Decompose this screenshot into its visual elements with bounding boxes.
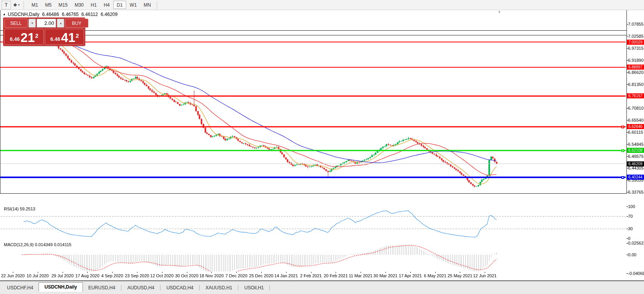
date-axis-label: 29 Jul 2020	[51, 273, 74, 278]
macd-label: MACD(12,26,9) 0.014349 0.014115	[4, 242, 71, 247]
ohlc-high: 6.46765	[62, 12, 79, 17]
price-axis-tick: 6.44305	[628, 166, 644, 170]
spinner-up-icon: ▲	[59, 22, 62, 24]
date-axis-label: 30 Oct 2020	[175, 273, 199, 278]
sell-button[interactable]: SELL	[4, 19, 28, 28]
date-axis-label: 25 May 2021	[448, 273, 473, 278]
sell-price-main: 21	[21, 32, 35, 44]
price-badge-6-88897: 6.88897	[627, 65, 644, 70]
tab-separator	[160, 285, 160, 290]
timeframe-button-mn[interactable]: MN	[140, 1, 155, 9]
volume-decrease-button[interactable]: ▼	[28, 19, 36, 28]
mt4-window: T ❖ ▾ M1M5M15M30H1H4D1W1MN ▲ USDCNH,Dail…	[0, 0, 644, 294]
buy-price-button[interactable]: 6.46 41 2	[45, 29, 84, 45]
text-tool-button[interactable]: T	[2, 1, 11, 9]
chart-tab-usoil-h1[interactable]: USOil,H1	[239, 284, 269, 292]
rsi-axis-label: 0	[628, 236, 630, 241]
spinner-down-icon: ▼	[31, 22, 33, 24]
price-axis-tick: 7.07855	[628, 22, 644, 26]
macd-axis-label: -0.040687	[628, 271, 644, 276]
tab-separator	[238, 285, 238, 290]
price-chart-canvas[interactable]	[0, 0, 644, 294]
price-badge-6-46209: 6.46209	[627, 161, 644, 166]
rsi-axis-label: 30	[628, 226, 633, 231]
toolbar-separator	[157, 2, 159, 9]
sell-price-prefix: 6.46	[10, 36, 19, 42]
timeframe-button-d1[interactable]: D1	[113, 1, 126, 9]
collapse-arrow-icon[interactable]: ▲	[3, 12, 6, 16]
date-axis-label: 17 Aug 2020	[75, 273, 99, 278]
buy-price-main: 41	[61, 32, 76, 44]
date-axis-label: 22 Jun 2020	[1, 273, 25, 278]
timeframe-button-m1[interactable]: M1	[28, 1, 42, 9]
chart-tab-xauusd-h1[interactable]: XAUUSD,H1	[200, 284, 238, 292]
chart-shift-marker-icon[interactable]: ▼	[498, 10, 501, 14]
date-axis-label: 12 Oct 2020	[150, 273, 174, 278]
price-badge-6-40244: 6.40244	[627, 175, 644, 180]
timeframe-group: M1M5M15M30H1H4D1W1MN	[28, 1, 155, 9]
price-badge-6-52108: 6.52108	[627, 148, 644, 153]
timeframe-button-m5[interactable]: M5	[42, 1, 55, 9]
chevron-down-icon: ▾	[18, 3, 19, 7]
date-axis-label: 18 Nov 2020	[199, 273, 223, 278]
timeframe-button-h4[interactable]: H4	[100, 1, 113, 9]
price-axis-tick: 6.54845	[628, 142, 644, 147]
price-axis-tick: 6.65540	[628, 118, 644, 122]
macd-axis-label: 0.025623	[628, 241, 644, 245]
date-axis-label: 12 Jun 2021	[473, 273, 497, 278]
date-axis-label: 25 Dec 2020	[249, 273, 273, 278]
price-axis-tick: 6.33765	[628, 190, 644, 194]
chart-tab-usdcnh-daily[interactable]: USDCNH,Daily	[39, 282, 83, 292]
buy-price-pipette: 2	[76, 32, 79, 39]
timeframe-button-m15[interactable]: M15	[55, 1, 71, 9]
date-axis-label: 4 Sep 2020	[101, 273, 123, 278]
one-click-trade-widget: SELL ▼ ▲ BUY 6.46 21 2 6.46 41 2	[3, 18, 85, 46]
timeframe-button-m30[interactable]: M30	[71, 1, 87, 9]
sell-price-button[interactable]: 6.46 21 2	[4, 29, 44, 45]
price-badge-6-76157: 6.76157	[627, 93, 644, 98]
price-badge-7-00029: 7.00029	[627, 40, 644, 45]
date-axis-label: 23 Sep 2020	[125, 273, 149, 278]
timeframe-button-w1[interactable]: W1	[126, 1, 140, 9]
date-axis-label: 7 Dec 2020	[225, 273, 247, 278]
timeframe-button-h1[interactable]: H1	[87, 1, 100, 9]
toolbar: T ❖ ▾ M1M5M15M30H1H4D1W1MN	[0, 0, 644, 10]
chart-tab-eurusd-h4[interactable]: EURUSD,H4	[83, 284, 121, 292]
ohlc-open: 6.46486	[42, 12, 59, 17]
date-axis-label: 6 May 2021	[424, 273, 446, 278]
tab-separator	[269, 285, 270, 290]
price-axis-tick: 6.97315	[628, 46, 644, 51]
objects-tool-button[interactable]: ❖ ▾	[12, 1, 21, 9]
date-axis-label: 20 Feb 2021	[324, 273, 348, 278]
price-axis-tick: 7.02585	[628, 34, 644, 38]
ohlc-close: 6.46209	[101, 12, 118, 17]
volume-increase-button[interactable]: ▲	[57, 19, 64, 28]
price-axis-tick: 6.91890	[628, 58, 644, 63]
volume-input[interactable]	[37, 19, 56, 28]
chart-tab-usdchf-h4[interactable]: USDCHF,H4	[2, 284, 39, 292]
price-axis-tick: 6.86620	[628, 70, 644, 75]
price-axis-tick: 6.49575	[628, 154, 644, 159]
buy-price-prefix: 6.46	[50, 36, 60, 42]
chart-title-bar: ▲ USDCNH,Daily 6.46486 6.46765 6.46112 6…	[3, 12, 118, 17]
price-badge-6-62646: 6.62646	[627, 124, 644, 129]
date-axis-label: 2 Feb 2021	[300, 273, 322, 278]
price-axis-tick: 6.81350	[628, 82, 644, 87]
rsi-axis-label: 70	[628, 214, 633, 219]
rsi-axis-label: 100	[628, 204, 635, 209]
chart-tab-audusd-h4[interactable]: AUDUSD,H4	[122, 284, 160, 292]
date-axis-label: 30 Mar 2021	[373, 273, 398, 278]
macd-axis-label: 0.00	[628, 252, 636, 257]
date-axis-label: 10 Jul 2020	[26, 273, 49, 278]
tab-separator	[121, 285, 121, 290]
chart-tab-usdcad-h4[interactable]: USDCAD,H4	[161, 284, 199, 292]
ohlc-low: 6.46112	[81, 12, 98, 17]
chart-tab-bar: USDCHF,H4USDCNH,DailyEURUSD,H4AUDUSD,H4U…	[0, 280, 644, 294]
price-axis-tick: 6.60115	[628, 130, 643, 135]
tab-separator	[199, 285, 200, 290]
sell-price-pipette: 2	[35, 32, 38, 39]
objects-icon: ❖	[13, 2, 18, 8]
chart-symbol-period: USDCNH,Daily	[8, 12, 39, 17]
buy-button[interactable]: BUY	[65, 19, 88, 28]
date-axis-label: 11 Mar 2021	[349, 273, 373, 278]
